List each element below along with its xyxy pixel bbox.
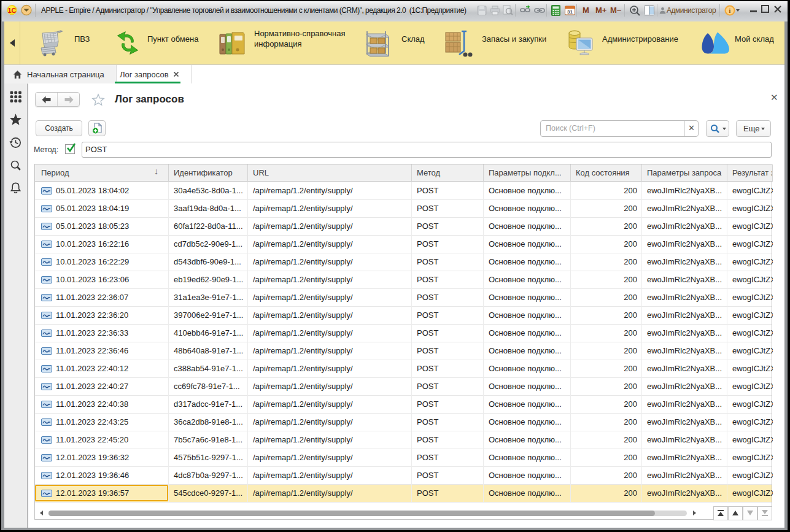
svg-text:i: i — [729, 7, 731, 14]
svg-text:1C: 1C — [7, 7, 16, 14]
svg-text:31: 31 — [567, 9, 573, 15]
